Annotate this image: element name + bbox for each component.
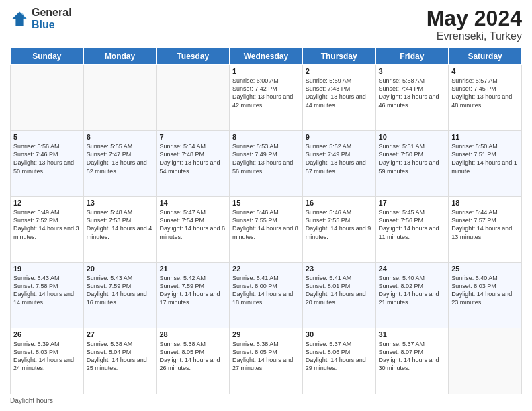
sunrise-text: Sunrise: 5:52 AM — [306, 143, 352, 150]
daylight-text: Daylight: 13 hours and 56 minutes. — [232, 159, 293, 174]
sunset-text: Sunset: 8:05 PM — [232, 349, 277, 355]
sunrise-text: Sunrise: 5:48 AM — [87, 209, 133, 216]
sunset-text: Sunset: 7:54 PM — [159, 217, 204, 224]
calendar-cell-w5-d2: 27Sunrise: 5:38 AMSunset: 8:04 PMDayligh… — [83, 328, 157, 394]
sunrise-text: Sunrise: 5:39 AM — [13, 340, 60, 347]
sunrise-text: Sunrise: 5:37 AM — [379, 340, 425, 347]
calendar-cell-w4-d4: 22Sunrise: 5:41 AMSunset: 8:00 PMDayligh… — [230, 263, 303, 328]
daylight-text: Daylight: 13 hours and 42 minutes. — [232, 93, 293, 108]
day-number: 10 — [379, 133, 446, 141]
daylight-text: Daylight: 14 hours and 4 minutes. — [87, 225, 152, 240]
day-number: 18 — [451, 199, 519, 207]
day-number: 7 — [159, 133, 226, 141]
sunset-text: Sunset: 7:55 PM — [306, 217, 351, 224]
day-number: 21 — [159, 265, 226, 273]
calendar-cell-w4-d6: 24Sunrise: 5:40 AMSunset: 8:02 PMDayligh… — [375, 263, 449, 328]
sunrise-text: Sunrise: 5:43 AM — [13, 275, 60, 281]
day-number: 28 — [159, 330, 226, 338]
daylight-text: Daylight: 14 hours and 6 minutes. — [159, 225, 225, 240]
day-number: 11 — [451, 133, 519, 141]
calendar-cell-w2-d3: 7Sunrise: 5:54 AMSunset: 7:48 PMDaylight… — [157, 131, 230, 197]
logo-blue-text: Blue — [32, 19, 72, 31]
sunset-text: Sunset: 8:05 PM — [159, 349, 204, 355]
day-info: Sunrise: 5:42 AMSunset: 7:59 PMDaylight:… — [159, 274, 226, 307]
calendar-cell-w4-d7: 25Sunrise: 5:40 AMSunset: 8:03 PMDayligh… — [449, 263, 522, 328]
sunrise-text: Sunrise: 5:50 AM — [451, 143, 498, 150]
calendar-cell-w1-d2 — [83, 65, 157, 131]
calendar-cell-w1-d5: 2Sunrise: 5:59 AMSunset: 7:43 PMDaylight… — [302, 65, 375, 131]
day-number: 13 — [87, 199, 154, 207]
calendar-cell-w4-d2: 20Sunrise: 5:43 AMSunset: 7:59 PMDayligh… — [83, 263, 157, 328]
location: Evrenseki, Turkey — [427, 30, 522, 42]
calendar-cell-w1-d6: 3Sunrise: 5:58 AMSunset: 7:44 PMDaylight… — [375, 65, 449, 131]
sunrise-text: Sunrise: 5:38 AM — [87, 340, 133, 347]
daylight-text: Daylight: 14 hours and 27 minutes. — [232, 357, 293, 371]
daylight-text: Daylight: 13 hours and 44 minutes. — [306, 93, 366, 108]
sunrise-text: Sunrise: 5:46 AM — [232, 209, 279, 216]
day-info: Sunrise: 5:53 AMSunset: 7:49 PMDaylight:… — [232, 142, 300, 175]
day-info: Sunrise: 5:52 AMSunset: 7:49 PMDaylight:… — [306, 142, 373, 175]
sunset-text: Sunset: 7:58 PM — [13, 283, 58, 289]
week-row-3: 12Sunrise: 5:49 AMSunset: 7:52 PMDayligh… — [11, 197, 522, 263]
daylight-text: Daylight: 14 hours and 8 minutes. — [232, 225, 298, 240]
col-sunday: Sunday — [11, 48, 84, 65]
calendar-cell-w2-d6: 10Sunrise: 5:51 AMSunset: 7:50 PMDayligh… — [375, 131, 449, 197]
calendar-cell-w4-d3: 21Sunrise: 5:42 AMSunset: 7:59 PMDayligh… — [157, 263, 230, 328]
logo-icon — [10, 9, 29, 28]
day-info: Sunrise: 5:50 AMSunset: 7:51 PMDaylight:… — [451, 142, 519, 175]
day-info: Sunrise: 5:45 AMSunset: 7:56 PMDaylight:… — [379, 208, 446, 241]
sunrise-text: Sunrise: 5:38 AM — [159, 340, 206, 347]
day-info: Sunrise: 5:38 AMSunset: 8:04 PMDaylight:… — [87, 340, 154, 373]
sunrise-text: Sunrise: 5:41 AM — [306, 275, 352, 281]
calendar-cell-w1-d7: 4Sunrise: 5:57 AMSunset: 7:45 PMDaylight… — [449, 65, 522, 131]
calendar-cell-w3-d6: 17Sunrise: 5:45 AMSunset: 7:56 PMDayligh… — [375, 197, 449, 263]
sunset-text: Sunset: 8:07 PM — [379, 349, 424, 355]
day-number: 31 — [379, 330, 446, 338]
day-info: Sunrise: 5:38 AMSunset: 8:05 PMDaylight:… — [232, 340, 300, 373]
day-number: 9 — [306, 133, 373, 141]
daylight-text: Daylight: 14 hours and 29 minutes. — [306, 357, 366, 371]
sunrise-text: Sunrise: 5:40 AM — [379, 275, 425, 281]
calendar-cell-w3-d7: 18Sunrise: 5:44 AMSunset: 7:57 PMDayligh… — [449, 197, 522, 263]
sunset-text: Sunset: 8:00 PM — [232, 283, 277, 289]
sunrise-text: Sunrise: 5:42 AM — [159, 275, 206, 281]
sunset-text: Sunset: 7:57 PM — [451, 217, 496, 224]
sunset-text: Sunset: 7:53 PM — [87, 217, 132, 224]
month-year: May 2024 — [427, 7, 522, 30]
sunset-text: Sunset: 8:04 PM — [87, 349, 132, 355]
day-info: Sunrise: 5:59 AMSunset: 7:43 PMDaylight:… — [306, 77, 373, 109]
day-number: 3 — [379, 67, 446, 75]
day-info: Sunrise: 5:41 AMSunset: 8:00 PMDaylight:… — [232, 274, 300, 307]
sunrise-text: Sunrise: 5:37 AM — [306, 340, 352, 347]
sunset-text: Sunset: 7:50 PM — [379, 151, 424, 158]
calendar-cell-w1-d3 — [157, 65, 230, 131]
logo-general-text: General — [32, 7, 72, 19]
calendar-cell-w5-d7 — [449, 328, 522, 394]
day-info: Sunrise: 5:38 AMSunset: 8:05 PMDaylight:… — [159, 340, 226, 373]
day-number: 6 — [87, 133, 154, 141]
calendar-cell-w2-d2: 6Sunrise: 5:55 AMSunset: 7:47 PMDaylight… — [83, 131, 157, 197]
col-friday: Friday — [375, 48, 449, 65]
day-number: 26 — [13, 330, 81, 338]
calendar-cell-w4-d1: 19Sunrise: 5:43 AMSunset: 7:58 PMDayligh… — [11, 263, 84, 328]
daylight-text: Daylight: 14 hours and 3 minutes. — [13, 225, 79, 240]
day-number: 5 — [13, 133, 81, 141]
sunrise-text: Sunrise: 5:45 AM — [379, 209, 425, 216]
sunset-text: Sunset: 7:59 PM — [87, 283, 132, 289]
daylight-text: Daylight: 13 hours and 46 minutes. — [379, 93, 439, 108]
day-info: Sunrise: 5:43 AMSunset: 7:58 PMDaylight:… — [13, 274, 81, 307]
calendar-cell-w5-d4: 29Sunrise: 5:38 AMSunset: 8:05 PMDayligh… — [230, 328, 303, 394]
sunrise-text: Sunrise: 5:44 AM — [451, 209, 498, 216]
calendar-cell-w4-d5: 23Sunrise: 5:41 AMSunset: 8:01 PMDayligh… — [302, 263, 375, 328]
daylight-text: Daylight: 14 hours and 20 minutes. — [306, 291, 366, 306]
calendar-cell-w2-d4: 8Sunrise: 5:53 AMSunset: 7:49 PMDaylight… — [230, 131, 303, 197]
day-number: 29 — [232, 330, 300, 338]
sunset-text: Sunset: 8:03 PM — [451, 283, 496, 289]
sunset-text: Sunset: 7:49 PM — [306, 151, 351, 158]
day-info: Sunrise: 5:46 AMSunset: 7:55 PMDaylight:… — [232, 208, 300, 241]
calendar-cell-w2-d7: 11Sunrise: 5:50 AMSunset: 7:51 PMDayligh… — [449, 131, 522, 197]
day-info: Sunrise: 5:39 AMSunset: 8:03 PMDaylight:… — [13, 340, 81, 373]
day-number: 1 — [232, 67, 300, 75]
day-number: 22 — [232, 265, 300, 273]
daylight-text: Daylight: 14 hours and 16 minutes. — [87, 291, 147, 306]
